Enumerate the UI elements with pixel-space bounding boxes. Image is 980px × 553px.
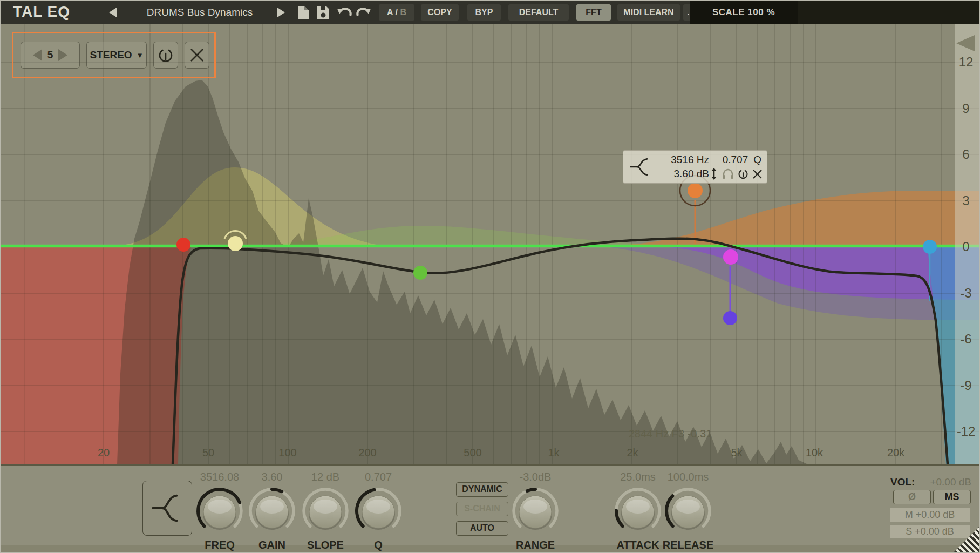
bell-filter-icon [151,489,184,527]
eq-graph[interactable]: 129630-3-6-9-1220501002005001k2k5k10k20k… [1,24,980,464]
range-knob-dial[interactable] [503,484,568,536]
q-knob-value: 0.707 [346,470,411,484]
band-nav: 5 [21,42,80,69]
toolbar: TAL EQ DRUMS Bus Dynamics A / B COPY BYP… [1,1,980,24]
auto-button[interactable]: AUTO [456,521,508,536]
range-knob[interactable]: -3.0dBRANGE [503,470,568,552]
freq-label-1k: 1k [548,447,560,458]
db-label-9: 9 [962,101,969,116]
copy-button[interactable]: COPY [421,4,459,21]
scale-button[interactable]: SCALE 100 % [690,1,798,24]
preset-next-icon[interactable] [277,8,285,17]
release-knob-value: 100.0ms [656,470,720,484]
panel-bottom-shade [1,545,980,553]
freq-label-10k: 10k [806,447,824,458]
ab-compare-button[interactable]: A / B [379,4,414,21]
mid-gain[interactable]: M +0.00 dB [890,508,970,522]
filter-type-button[interactable] [142,481,192,536]
channel-dropdown[interactable]: STEREO ▼ [86,42,147,69]
freq-label-20k: 20k [887,447,905,458]
q-knob-dial[interactable] [346,484,411,536]
freq-label-2k: 2k [627,447,638,458]
sidechain-button[interactable]: S-CHAIN [456,502,508,516]
db-label--9: -9 [960,378,971,393]
band-prev-icon[interactable] [33,49,42,61]
tooltip-icons [709,168,763,180]
band-dot-orange[interactable] [688,183,703,198]
freq-label-50: 50 [202,447,214,458]
close-icon [189,48,205,63]
mid-side-button[interactable]: MS [933,490,971,504]
band-next-icon[interactable] [58,49,67,61]
side-gain[interactable]: S +0.00 dB [890,525,970,538]
band-dot-magenta[interactable] [723,249,738,265]
q-knob[interactable]: 0.707Q [346,470,411,552]
bell-filter-icon [629,154,652,180]
volume-value[interactable]: +0.00 dB [930,476,971,488]
tooltip-values: 3516 Hz 0.707 Q 3.60 dB [658,153,763,181]
band-dot-red[interactable] [176,238,190,252]
gain-knob-arc [272,489,282,491]
preset-name[interactable]: DRUMS Bus Dynamics [124,1,275,24]
release-knob-label: RELEASE [656,538,720,552]
toolbar-right-zone: SCALE 100 % [690,1,980,24]
undo-icon[interactable] [337,7,353,18]
db-label--12: -12 [957,424,976,439]
power-icon [158,46,174,64]
new-preset-icon[interactable] [297,5,310,20]
band-number: 5 [47,49,53,61]
tooltip-gain: 3.60 dB [658,168,709,180]
bypass-button[interactable]: BYP [467,4,501,21]
db-label-12: 12 [959,55,974,69]
midi-learn-button[interactable]: MIDI LEARN [617,4,680,21]
freq-label-5k: 5k [731,447,743,458]
freq-label-20: 20 [98,447,110,458]
band-tooltip: 3516 Hz 0.707 Q 3.60 dB [623,150,767,184]
freq-label-500: 500 [464,447,481,458]
db-label-0: 0 [962,239,969,254]
band-power-button[interactable] [153,42,178,69]
volume-row: VOL: +0.00 dB [890,476,971,489]
range-knob-label: RANGE [503,538,568,552]
close-icon[interactable] [752,169,763,179]
cursor-freq-note-label: 2844 Hz F3 -0.31 [629,428,712,440]
db-label--3: -3 [960,286,971,300]
drag-vertical-icon[interactable] [709,168,719,180]
range-knob-value: -3.0dB [503,470,568,484]
band-dot-yellow[interactable] [228,236,243,251]
tooltip-freq: 3516 Hz [658,154,709,166]
db-label-6: 6 [962,147,969,161]
preset-prev-icon[interactable] [109,8,117,17]
release-knob[interactable]: 100.0msRELEASE [656,470,720,552]
band-selector: 5 STEREO ▼ [12,32,216,78]
headphones-icon[interactable] [722,168,734,180]
freq-label-200: 200 [358,447,376,458]
freq-label-100: 100 [278,447,296,458]
release-knob-dial[interactable] [656,484,720,536]
fft-button[interactable]: FFT [576,4,611,21]
phase-invert-button[interactable]: Ø [893,490,931,504]
save-preset-icon[interactable] [316,5,330,20]
band-dot-blue[interactable] [923,240,937,254]
volume-label: VOL: [890,476,915,488]
band-dot-purple[interactable] [723,311,737,325]
db-label-3: 3 [962,193,969,208]
range-knob-arc [527,489,535,491]
power-icon[interactable] [737,168,749,180]
default-button[interactable]: DEFAULT [508,4,569,21]
dynamic-button[interactable]: DYNAMIC [456,482,508,497]
tal-eq-plugin-window: TAL EQ DRUMS Bus Dynamics A / B COPY BYP… [0,0,980,553]
app-logo: TAL EQ [13,3,70,21]
redo-icon[interactable] [355,7,371,18]
tooltip-q: 0.707 Q [709,154,763,166]
chevron-down-icon: ▼ [137,51,144,59]
band-dot-green[interactable] [413,266,427,280]
channel-label: STEREO [90,49,132,61]
control-panel: 3516.08FREQ 3.60GAIN 12 dBSLOPE 0.707Q -… [1,464,980,553]
db-label--6: -6 [960,332,971,346]
q-knob-label: Q [346,538,411,552]
band-delete-button[interactable] [185,42,209,69]
